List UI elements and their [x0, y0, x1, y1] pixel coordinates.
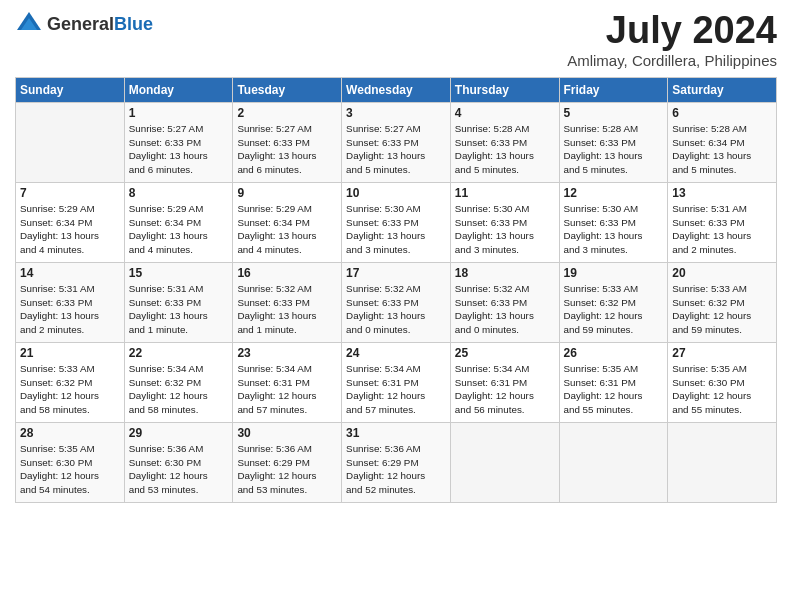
- day-info: Sunrise: 5:35 AM Sunset: 6:30 PM Dayligh…: [672, 362, 772, 417]
- calendar-cell: 21Sunrise: 5:33 AM Sunset: 6:32 PM Dayli…: [16, 342, 125, 422]
- calendar-week-1: 1Sunrise: 5:27 AM Sunset: 6:33 PM Daylig…: [16, 102, 777, 182]
- day-number: 4: [455, 106, 555, 120]
- day-info: Sunrise: 5:28 AM Sunset: 6:33 PM Dayligh…: [455, 122, 555, 177]
- calendar-cell: [559, 422, 668, 502]
- calendar-header: SundayMondayTuesdayWednesdayThursdayFrid…: [16, 77, 777, 102]
- day-number: 27: [672, 346, 772, 360]
- calendar-cell: 18Sunrise: 5:32 AM Sunset: 6:33 PM Dayli…: [450, 262, 559, 342]
- day-info: Sunrise: 5:32 AM Sunset: 6:33 PM Dayligh…: [237, 282, 337, 337]
- day-number: 9: [237, 186, 337, 200]
- calendar-cell: [450, 422, 559, 502]
- day-info: Sunrise: 5:33 AM Sunset: 6:32 PM Dayligh…: [564, 282, 664, 337]
- day-info: Sunrise: 5:30 AM Sunset: 6:33 PM Dayligh…: [564, 202, 664, 257]
- page-header: GeneralBlue July 2024 Amlimay, Cordiller…: [15, 10, 777, 69]
- day-info: Sunrise: 5:36 AM Sunset: 6:30 PM Dayligh…: [129, 442, 229, 497]
- calendar-cell: 23Sunrise: 5:34 AM Sunset: 6:31 PM Dayli…: [233, 342, 342, 422]
- calendar-cell: 2Sunrise: 5:27 AM Sunset: 6:33 PM Daylig…: [233, 102, 342, 182]
- weekday-header-friday: Friday: [559, 77, 668, 102]
- calendar-cell: 27Sunrise: 5:35 AM Sunset: 6:30 PM Dayli…: [668, 342, 777, 422]
- day-info: Sunrise: 5:31 AM Sunset: 6:33 PM Dayligh…: [20, 282, 120, 337]
- day-number: 7: [20, 186, 120, 200]
- day-info: Sunrise: 5:29 AM Sunset: 6:34 PM Dayligh…: [237, 202, 337, 257]
- day-number: 25: [455, 346, 555, 360]
- weekday-header-monday: Monday: [124, 77, 233, 102]
- calendar-week-3: 14Sunrise: 5:31 AM Sunset: 6:33 PM Dayli…: [16, 262, 777, 342]
- day-number: 12: [564, 186, 664, 200]
- calendar-cell: 19Sunrise: 5:33 AM Sunset: 6:32 PM Dayli…: [559, 262, 668, 342]
- calendar-cell: 10Sunrise: 5:30 AM Sunset: 6:33 PM Dayli…: [342, 182, 451, 262]
- day-number: 21: [20, 346, 120, 360]
- calendar-cell: 16Sunrise: 5:32 AM Sunset: 6:33 PM Dayli…: [233, 262, 342, 342]
- calendar-week-5: 28Sunrise: 5:35 AM Sunset: 6:30 PM Dayli…: [16, 422, 777, 502]
- day-info: Sunrise: 5:30 AM Sunset: 6:33 PM Dayligh…: [346, 202, 446, 257]
- day-info: Sunrise: 5:34 AM Sunset: 6:32 PM Dayligh…: [129, 362, 229, 417]
- weekday-header-saturday: Saturday: [668, 77, 777, 102]
- day-number: 18: [455, 266, 555, 280]
- day-info: Sunrise: 5:34 AM Sunset: 6:31 PM Dayligh…: [346, 362, 446, 417]
- day-number: 5: [564, 106, 664, 120]
- calendar-cell: 8Sunrise: 5:29 AM Sunset: 6:34 PM Daylig…: [124, 182, 233, 262]
- day-number: 14: [20, 266, 120, 280]
- calendar-cell: 26Sunrise: 5:35 AM Sunset: 6:31 PM Dayli…: [559, 342, 668, 422]
- day-number: 16: [237, 266, 337, 280]
- calendar-cell: 14Sunrise: 5:31 AM Sunset: 6:33 PM Dayli…: [16, 262, 125, 342]
- day-info: Sunrise: 5:33 AM Sunset: 6:32 PM Dayligh…: [20, 362, 120, 417]
- day-info: Sunrise: 5:35 AM Sunset: 6:31 PM Dayligh…: [564, 362, 664, 417]
- calendar-cell: 29Sunrise: 5:36 AM Sunset: 6:30 PM Dayli…: [124, 422, 233, 502]
- day-number: 31: [346, 426, 446, 440]
- day-number: 20: [672, 266, 772, 280]
- day-number: 22: [129, 346, 229, 360]
- weekday-header-wednesday: Wednesday: [342, 77, 451, 102]
- calendar-cell: [668, 422, 777, 502]
- day-info: Sunrise: 5:36 AM Sunset: 6:29 PM Dayligh…: [237, 442, 337, 497]
- day-number: 30: [237, 426, 337, 440]
- day-number: 3: [346, 106, 446, 120]
- day-number: 1: [129, 106, 229, 120]
- day-info: Sunrise: 5:28 AM Sunset: 6:33 PM Dayligh…: [564, 122, 664, 177]
- calendar-cell: 24Sunrise: 5:34 AM Sunset: 6:31 PM Dayli…: [342, 342, 451, 422]
- day-info: Sunrise: 5:36 AM Sunset: 6:29 PM Dayligh…: [346, 442, 446, 497]
- calendar-cell: 13Sunrise: 5:31 AM Sunset: 6:33 PM Dayli…: [668, 182, 777, 262]
- day-info: Sunrise: 5:32 AM Sunset: 6:33 PM Dayligh…: [455, 282, 555, 337]
- logo: GeneralBlue: [15, 10, 153, 38]
- day-info: Sunrise: 5:27 AM Sunset: 6:33 PM Dayligh…: [129, 122, 229, 177]
- calendar-cell: 6Sunrise: 5:28 AM Sunset: 6:34 PM Daylig…: [668, 102, 777, 182]
- logo-blue-text: Blue: [114, 14, 153, 34]
- calendar-cell: 28Sunrise: 5:35 AM Sunset: 6:30 PM Dayli…: [16, 422, 125, 502]
- day-info: Sunrise: 5:29 AM Sunset: 6:34 PM Dayligh…: [129, 202, 229, 257]
- day-number: 26: [564, 346, 664, 360]
- day-info: Sunrise: 5:32 AM Sunset: 6:33 PM Dayligh…: [346, 282, 446, 337]
- calendar-cell: 31Sunrise: 5:36 AM Sunset: 6:29 PM Dayli…: [342, 422, 451, 502]
- calendar-cell: 20Sunrise: 5:33 AM Sunset: 6:32 PM Dayli…: [668, 262, 777, 342]
- weekday-header-sunday: Sunday: [16, 77, 125, 102]
- day-info: Sunrise: 5:34 AM Sunset: 6:31 PM Dayligh…: [237, 362, 337, 417]
- calendar-cell: 9Sunrise: 5:29 AM Sunset: 6:34 PM Daylig…: [233, 182, 342, 262]
- calendar-cell: 11Sunrise: 5:30 AM Sunset: 6:33 PM Dayli…: [450, 182, 559, 262]
- day-number: 8: [129, 186, 229, 200]
- calendar-cell: 4Sunrise: 5:28 AM Sunset: 6:33 PM Daylig…: [450, 102, 559, 182]
- day-number: 19: [564, 266, 664, 280]
- location-subtitle: Amlimay, Cordillera, Philippines: [567, 52, 777, 69]
- day-number: 2: [237, 106, 337, 120]
- month-year-title: July 2024: [567, 10, 777, 52]
- calendar-cell: 30Sunrise: 5:36 AM Sunset: 6:29 PM Dayli…: [233, 422, 342, 502]
- day-info: Sunrise: 5:33 AM Sunset: 6:32 PM Dayligh…: [672, 282, 772, 337]
- calendar-cell: 25Sunrise: 5:34 AM Sunset: 6:31 PM Dayli…: [450, 342, 559, 422]
- day-info: Sunrise: 5:27 AM Sunset: 6:33 PM Dayligh…: [346, 122, 446, 177]
- day-number: 28: [20, 426, 120, 440]
- calendar-cell: 1Sunrise: 5:27 AM Sunset: 6:33 PM Daylig…: [124, 102, 233, 182]
- logo-general-text: General: [47, 14, 114, 34]
- day-number: 17: [346, 266, 446, 280]
- weekday-header-tuesday: Tuesday: [233, 77, 342, 102]
- day-info: Sunrise: 5:31 AM Sunset: 6:33 PM Dayligh…: [672, 202, 772, 257]
- day-info: Sunrise: 5:34 AM Sunset: 6:31 PM Dayligh…: [455, 362, 555, 417]
- calendar-cell: [16, 102, 125, 182]
- calendar-table: SundayMondayTuesdayWednesdayThursdayFrid…: [15, 77, 777, 503]
- day-number: 11: [455, 186, 555, 200]
- calendar-body: 1Sunrise: 5:27 AM Sunset: 6:33 PM Daylig…: [16, 102, 777, 502]
- calendar-week-4: 21Sunrise: 5:33 AM Sunset: 6:32 PM Dayli…: [16, 342, 777, 422]
- day-number: 13: [672, 186, 772, 200]
- calendar-cell: 12Sunrise: 5:30 AM Sunset: 6:33 PM Dayli…: [559, 182, 668, 262]
- day-info: Sunrise: 5:28 AM Sunset: 6:34 PM Dayligh…: [672, 122, 772, 177]
- day-info: Sunrise: 5:31 AM Sunset: 6:33 PM Dayligh…: [129, 282, 229, 337]
